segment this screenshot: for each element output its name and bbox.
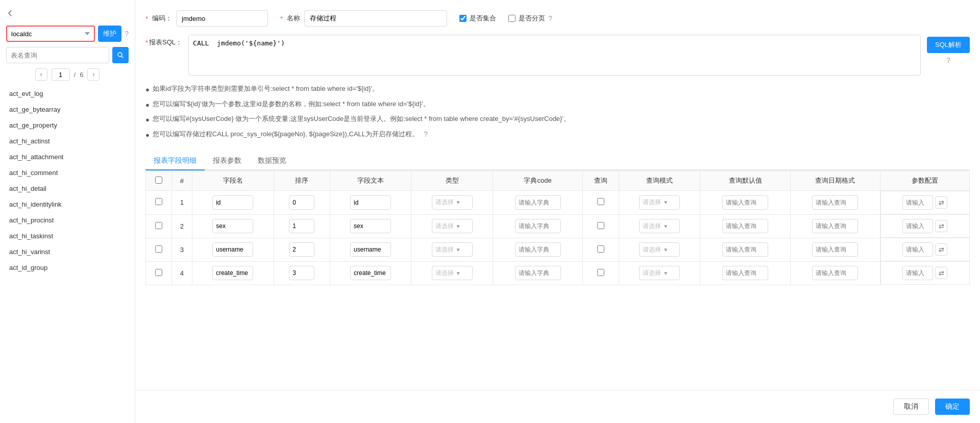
cancel-button[interactable]: 取消 [893, 399, 929, 415]
row-sort-3[interactable] [289, 266, 314, 280]
row-checkbox-0[interactable] [155, 198, 162, 205]
row-type-select-3[interactable]: 请选择 ▼ [432, 266, 473, 280]
row-dict-code-1[interactable] [515, 219, 561, 233]
list-item[interactable]: act_ge_bytearray [6, 102, 129, 117]
row-query-default-3[interactable] [722, 266, 768, 280]
row-field-text-3[interactable] [350, 266, 391, 280]
row-sort-2[interactable] [289, 242, 314, 257]
prev-page-button[interactable]: ‹ [35, 68, 47, 81]
row-checkbox-3[interactable] [155, 269, 162, 276]
row-query-date-format-1[interactable] [812, 219, 858, 233]
tip-item: ● 您可以编写#{sysUserCode} 做为一个系统变量,这里sysUser… [145, 114, 970, 125]
list-item[interactable]: act_evt_log [6, 86, 129, 102]
row-field-text-0[interactable] [350, 195, 391, 210]
row-field-name-0[interactable] [212, 195, 253, 210]
search-button[interactable] [112, 47, 129, 63]
back-button[interactable] [6, 6, 20, 20]
row-query-mode-select-0[interactable]: 请选择 ▼ [639, 195, 680, 210]
row-query-default-1[interactable] [722, 219, 768, 233]
row-config-icon-2[interactable]: ⇄ [935, 243, 947, 256]
row-param-config-1[interactable] [902, 219, 933, 233]
row-checkbox-1[interactable] [155, 222, 162, 229]
sql-parse-button[interactable]: SQL解析 [927, 37, 970, 53]
list-item[interactable]: act_hi_comment [6, 165, 129, 181]
row-field-text-2[interactable] [350, 242, 391, 257]
sql-textarea[interactable]: CALL jmdemo('${name}') [188, 35, 921, 76]
confirm-button[interactable]: 确定 [935, 399, 970, 415]
list-item[interactable]: act_hi_procinst [6, 212, 129, 228]
tab-field-detail[interactable]: 报表字段明细 [145, 152, 205, 169]
list-item[interactable]: act_hi_attachment [6, 149, 129, 165]
row-query-date-format-0[interactable] [812, 195, 858, 210]
sql-help-icon[interactable]: ? [946, 56, 950, 64]
row-query-checkbox-0[interactable] [597, 198, 604, 205]
tip-item: ● 如果id字段为字符串类型则需要加单引号:select * from tabl… [145, 84, 970, 95]
tab-report-params[interactable]: 报表参数 [205, 152, 250, 169]
col-query-date-format: 查询日期格式 [790, 171, 880, 191]
chevron-down-icon: ▼ [456, 247, 461, 253]
row-query-mode-select-2[interactable]: 请选择 ▼ [639, 242, 680, 257]
list-item[interactable]: act_hi_varinst [6, 244, 129, 260]
row-query-mode-select-1[interactable]: 请选择 ▼ [639, 219, 680, 233]
row-type-select-0[interactable]: 请选择 ▼ [432, 195, 473, 210]
required-star-name: * [280, 15, 283, 22]
list-item[interactable]: act_hi_detail [6, 181, 129, 196]
datasource-select[interactable]: localdc [6, 26, 95, 42]
row-dict-code-3[interactable] [515, 266, 561, 280]
tip-bullet: ● [145, 130, 150, 140]
list-item[interactable]: act_id_group [6, 260, 129, 276]
row-sort-1[interactable] [289, 219, 314, 233]
chevron-down-icon: ▼ [663, 200, 668, 205]
sql-label-text: 报表SQL： [149, 38, 182, 47]
pagination-row: ‹ / 6 › [6, 68, 129, 81]
select-all-checkbox[interactable] [155, 177, 162, 184]
row-config-icon-0[interactable]: ⇄ [935, 196, 947, 209]
row-config-icon-3[interactable]: ⇄ [935, 267, 947, 279]
row-param-config-2[interactable] [902, 242, 933, 257]
list-item[interactable]: act_hi_actinst [6, 133, 129, 149]
row-query-checkbox-2[interactable] [597, 245, 604, 253]
sql-label: * 报表SQL： [145, 35, 182, 47]
table-row: 2 请选择 ▼ 请选择 ▼ ⇄ [146, 214, 970, 238]
is-set-checkbox[interactable] [459, 15, 467, 22]
table-search-input[interactable] [6, 47, 109, 63]
tip-help-icon[interactable]: ? [424, 129, 428, 140]
row-param-config-3[interactable] [902, 266, 933, 280]
list-item[interactable]: act_hi_taskinst [6, 228, 129, 244]
row-query-default-0[interactable] [722, 195, 768, 210]
row-query-checkbox-1[interactable] [597, 222, 604, 229]
code-input[interactable] [176, 10, 268, 27]
row-config-icon-1[interactable]: ⇄ [935, 220, 947, 232]
name-input[interactable] [304, 10, 447, 27]
maintain-button[interactable]: 维护 [98, 26, 121, 42]
row-sort-0[interactable] [289, 195, 314, 210]
row-param-config-0[interactable] [902, 195, 933, 210]
row-field-name-1[interactable] [212, 219, 253, 233]
next-page-button[interactable]: › [87, 68, 100, 81]
page-total: 6 [80, 71, 83, 79]
paging-help-icon[interactable]: ? [548, 14, 552, 22]
left-panel: localdc 维护 ? ‹ / 6 › act_evt_log act_ge_… [0, 0, 135, 423]
row-field-text-1[interactable] [350, 219, 391, 233]
row-dict-code-0[interactable] [515, 195, 561, 210]
row-query-default-2[interactable] [722, 242, 768, 257]
tab-data-preview[interactable]: 数据预览 [250, 152, 295, 169]
row-field-name-3[interactable] [212, 266, 253, 280]
form-row: * 编码： * 名称 是否集合 是否分页 ? [145, 10, 970, 27]
row-query-checkbox-3[interactable] [597, 269, 604, 276]
page-input[interactable] [52, 68, 70, 81]
list-item[interactable]: act_ge_property [6, 117, 129, 133]
row-dict-code-2[interactable] [515, 242, 561, 257]
row-query-date-format-3[interactable] [812, 266, 858, 280]
row-query-date-format-2[interactable] [812, 242, 858, 257]
row-checkbox-2[interactable] [155, 245, 162, 253]
row-query-mode-select-3[interactable]: 请选择 ▼ [639, 266, 680, 280]
row-field-name-2[interactable] [212, 242, 253, 257]
list-item[interactable]: act_hi_identitylink [6, 196, 129, 212]
col-param-config: 参数配置 [880, 171, 969, 191]
row-index-0: 1 [172, 191, 192, 215]
is-paging-checkbox[interactable] [508, 15, 516, 22]
row-type-select-2[interactable]: 请选择 ▼ [432, 242, 473, 257]
row-type-select-1[interactable]: 请选择 ▼ [432, 219, 473, 233]
help-icon[interactable]: ? [125, 30, 129, 38]
